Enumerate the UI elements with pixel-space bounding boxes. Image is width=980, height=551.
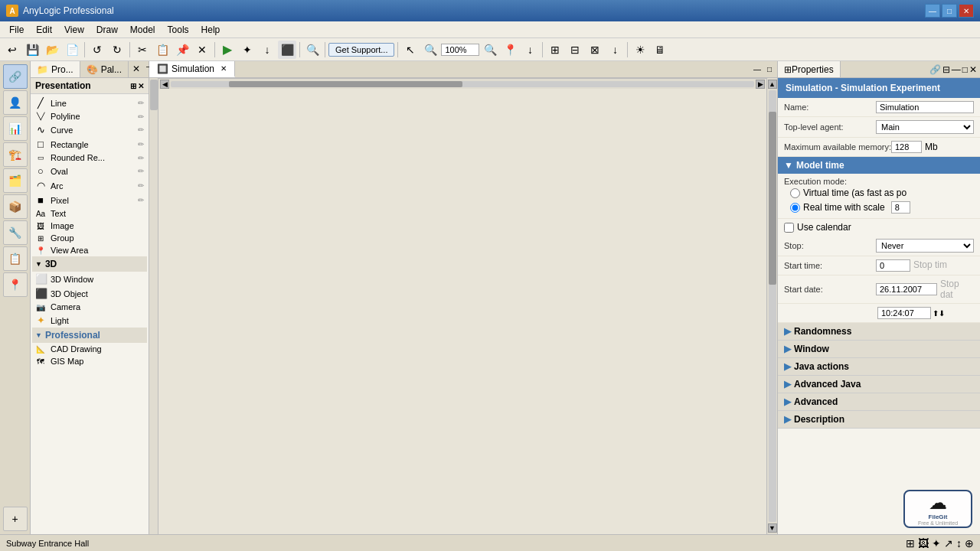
palette-item-pixel[interactable]: ■ Pixel ✏: [32, 193, 147, 207]
advanced-java-section[interactable]: ▶ Advanced Java: [778, 376, 980, 393]
toolbar-drop[interactable]: ↓: [606, 41, 624, 59]
toolbar-run[interactable]: ▶: [218, 41, 237, 59]
name-input[interactable]: [876, 101, 974, 113]
line-edit-icon[interactable]: ✏: [138, 99, 144, 107]
minimize-button[interactable]: —: [925, 4, 940, 18]
palette-close-button[interactable]: ✕: [129, 61, 144, 77]
model-time-section[interactable]: ▼ Model time: [778, 157, 980, 174]
canvas-min-btn[interactable]: —: [751, 64, 763, 74]
randomness-section[interactable]: ▶ Randomness: [778, 323, 980, 341]
h-scrollbar[interactable]: ◀ ▶: [158, 78, 766, 89]
palette-item-curve[interactable]: ∿ Curve ✏: [32, 122, 147, 137]
status-image-icon[interactable]: 🖼: [918, 537, 929, 549]
toolbar-redo[interactable]: ↻: [108, 41, 126, 59]
start-date-input[interactable]: [876, 283, 937, 295]
scroll-down-btn[interactable]: ▼: [768, 523, 777, 533]
sidebar-tools[interactable]: 🔧: [3, 220, 28, 245]
palette-item-text[interactable]: Aa Text: [32, 207, 147, 220]
toolbar-grid[interactable]: ⊞: [546, 41, 564, 59]
sidebar-notes[interactable]: 📋: [3, 246, 28, 271]
stop-select[interactable]: Never: [876, 239, 974, 253]
scroll-up-btn[interactable]: ▲: [768, 80, 777, 89]
status-plus-icon[interactable]: ⊕: [965, 537, 974, 549]
props-expand-icon[interactable]: ⊟: [942, 64, 950, 75]
palette-item-3d-object[interactable]: ⬛ 3D Object: [32, 286, 147, 301]
toolbar-select[interactable]: ↖: [401, 41, 420, 59]
status-grid-icon[interactable]: ⊞: [906, 537, 915, 549]
toolbar-paste[interactable]: 📌: [173, 41, 191, 59]
advanced-section[interactable]: ▶ Advanced: [778, 393, 980, 411]
palette-item-cad[interactable]: 📐 CAD Drawing: [32, 343, 147, 355]
palette-item-view-area[interactable]: 📍 View Area: [32, 244, 147, 256]
rounded-rect-edit-icon[interactable]: ✏: [138, 154, 144, 162]
sidebar-packages[interactable]: 📦: [3, 194, 28, 219]
toolbar-delete[interactable]: ✕: [193, 41, 211, 59]
palette-item-line[interactable]: ╱ Line ✏: [32, 96, 147, 110]
toolbar-zoom-out[interactable]: 🔍: [481, 41, 499, 59]
props-link-icon[interactable]: 🔗: [929, 64, 941, 75]
scroll-left-btn[interactable]: ◀: [160, 80, 169, 89]
section-prof-header[interactable]: ▼ Professional: [32, 328, 147, 343]
palette-item-rectangle[interactable]: □ Rectangle ✏: [32, 137, 147, 152]
toolbar-open[interactable]: 📂: [43, 41, 61, 59]
canvas-tab-simulation[interactable]: 🔲 Simulation ✕: [149, 61, 235, 77]
toolbar-cut[interactable]: ✂: [133, 41, 152, 59]
props-close-icon[interactable]: ✕: [969, 64, 977, 75]
palette-item-light[interactable]: ✦ Light: [32, 313, 147, 328]
palette-item-3d-window[interactable]: ⬜ 3D Window: [32, 272, 147, 286]
props-max-icon[interactable]: □: [962, 64, 968, 75]
close-button[interactable]: ✕: [959, 4, 974, 18]
props-min-icon[interactable]: —: [952, 64, 961, 75]
time-spinner[interactable]: ⬆⬇: [933, 309, 945, 318]
status-resize-icon[interactable]: ↕: [956, 537, 962, 549]
toolbar-layout[interactable]: ⊠: [586, 41, 604, 59]
palette-tab-project[interactable]: 📁 Pro...: [31, 61, 80, 77]
window-section[interactable]: ▶ Window: [778, 341, 980, 358]
palette-item-image[interactable]: 🖼 Image: [32, 220, 147, 232]
toolbar-arrow[interactable]: ↓: [258, 41, 276, 59]
toolbar-back[interactable]: ↩: [3, 41, 21, 59]
sidebar-build[interactable]: 🏗️: [3, 142, 28, 167]
scroll-right-btn[interactable]: ▶: [756, 80, 765, 89]
maximize-button[interactable]: □: [942, 4, 957, 18]
left-scroll[interactable]: [149, 78, 158, 534]
palette-item-oval[interactable]: ○ Oval ✏: [32, 164, 147, 178]
status-arrow-icon[interactable]: ↗: [944, 537, 953, 549]
toolbar-star[interactable]: ✦: [238, 41, 256, 59]
palette-item-group[interactable]: ⊞ Group: [32, 232, 147, 244]
rectangle-edit-icon[interactable]: ✏: [138, 140, 144, 148]
pixel-edit-icon[interactable]: ✏: [138, 196, 144, 204]
menu-file[interactable]: File: [3, 23, 30, 37]
exec-real-radio[interactable]: [790, 203, 800, 213]
exec-virtual-radio[interactable]: [790, 188, 800, 198]
sidebar-files[interactable]: 🗂️: [3, 168, 28, 193]
palette-item-camera[interactable]: 📷 Camera: [32, 301, 147, 313]
toolbar-arrow2[interactable]: ↓: [521, 41, 539, 59]
canvas-max-btn[interactable]: □: [765, 64, 774, 74]
props-tab-properties[interactable]: ⊞ Properties: [778, 61, 841, 77]
palette-item-gis[interactable]: 🗺 GIS Map: [32, 355, 147, 367]
sidebar-charts[interactable]: 📊: [3, 116, 28, 141]
toolbar-save[interactable]: 💾: [23, 41, 41, 59]
description-section[interactable]: ▶ Description: [778, 411, 980, 429]
toolbar-stop[interactable]: ⬛: [278, 41, 296, 59]
menu-help[interactable]: Help: [195, 23, 227, 37]
status-rotate-icon[interactable]: ✦: [932, 537, 941, 549]
h-scroll-track[interactable]: [171, 81, 754, 87]
section-3d-header[interactable]: ▼ 3D: [32, 256, 147, 272]
v-scrollbar[interactable]: ▲ ▼: [766, 78, 777, 534]
palette-item-polyline[interactable]: ╲╱ Polyline ✏: [32, 110, 147, 122]
toolbar-zoom-tool[interactable]: 🔍: [421, 41, 439, 59]
toolbar-grid2[interactable]: ⊟: [566, 41, 584, 59]
memory-input[interactable]: [891, 141, 922, 153]
oval-edit-icon[interactable]: ✏: [138, 167, 144, 175]
agent-select[interactable]: Main: [876, 120, 974, 134]
menu-tools[interactable]: Tools: [162, 23, 195, 37]
menu-draw[interactable]: Draw: [90, 23, 124, 37]
toolbar-debug[interactable]: 🔍: [303, 41, 322, 59]
toolbar-monitor[interactable]: 🖥: [651, 41, 669, 59]
palette-item-rounded-rect[interactable]: ▭ Rounded Re... ✏: [32, 152, 147, 164]
toolbar-new[interactable]: 📄: [63, 41, 81, 59]
palette-item-arc[interactable]: ◠ Arc ✏: [32, 178, 147, 193]
start-time-input[interactable]: [876, 259, 910, 272]
